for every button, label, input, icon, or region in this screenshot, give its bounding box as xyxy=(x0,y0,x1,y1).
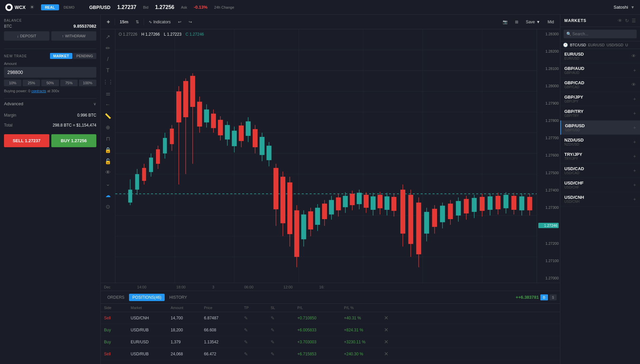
real-mode-button[interactable]: REAL xyxy=(41,4,59,10)
total-label: Total xyxy=(4,123,12,128)
close-position-icon[interactable]: ✕ xyxy=(384,351,397,357)
eye-tool[interactable]: 👁 xyxy=(103,168,113,177)
refresh-icon[interactable]: ↻ xyxy=(625,18,629,23)
tp-edit-icon[interactable]: ✎ xyxy=(244,351,271,357)
plus-icon[interactable]: + xyxy=(633,125,636,130)
text-tool[interactable]: T xyxy=(103,66,113,75)
market-item-usdcad[interactable]: USD/CAD USD/CAD + xyxy=(560,164,640,178)
chart-type-button[interactable]: ⇅ xyxy=(133,18,142,26)
eye-icon[interactable]: 👁 xyxy=(631,53,636,59)
layout-button[interactable]: ⊞ xyxy=(512,18,521,26)
mid-button[interactable]: Mid xyxy=(545,18,557,26)
markets-search-input[interactable] xyxy=(564,30,637,38)
eye-icon[interactable]: 👁 xyxy=(618,18,622,23)
tp-edit-icon[interactable]: ✎ xyxy=(244,327,271,333)
btc-switch-button[interactable]: B xyxy=(540,294,548,300)
market-item-eurusd[interactable]: EUR/USD EUR/USD 👁 xyxy=(560,49,640,63)
cloud-icon[interactable]: ☁ xyxy=(103,190,113,200)
row-market: USD/CNH xyxy=(131,316,171,320)
expand-tool[interactable]: ⌄ xyxy=(103,179,113,188)
market-item-gbptry[interactable]: GBP/TRY GBP/TRY + xyxy=(560,106,640,121)
plus-icon[interactable]: + xyxy=(633,111,636,116)
back-tool[interactable]: ← xyxy=(103,100,113,109)
eye-tool-2[interactable]: ⊙ xyxy=(103,202,113,211)
timeframe-button[interactable]: 15m xyxy=(117,18,131,26)
redo-button[interactable]: ↪ xyxy=(186,18,195,26)
contracts-link[interactable]: contracts xyxy=(31,89,46,93)
sun-icon[interactable]: ☀ xyxy=(30,4,34,10)
quick-pair-usdsgd[interactable]: USD/SGD xyxy=(607,43,623,47)
demo-mode-button[interactable]: DEMO xyxy=(60,4,79,10)
fibonacci-tool[interactable]: ⋮⋮ xyxy=(103,77,113,87)
zoom-tool[interactable]: ⊕ xyxy=(103,123,113,132)
tp-edit-icon[interactable]: ✎ xyxy=(244,315,271,321)
price-level: 1.27400 xyxy=(538,188,559,192)
lock-tool[interactable]: 🔒 xyxy=(103,145,113,155)
ohlc-o: O 1.27226 xyxy=(119,32,137,37)
sl-edit-icon[interactable]: ✎ xyxy=(271,339,297,345)
market-item-tryjpy[interactable]: TRY/JPY TRY/JPY + xyxy=(560,149,640,164)
tp-edit-icon[interactable]: ✎ xyxy=(244,339,271,345)
orders-tab[interactable]: ORDERS xyxy=(104,294,128,301)
plus-icon[interactable]: + xyxy=(633,168,636,173)
svg-rect-85 xyxy=(357,193,362,204)
sl-edit-icon[interactable]: ✎ xyxy=(271,351,297,357)
plus-icon[interactable]: + xyxy=(633,68,636,73)
plus-icon[interactable]: + xyxy=(633,139,636,145)
screenshot-button[interactable]: 📷 xyxy=(500,18,510,26)
indicators-button[interactable]: ∿ Indicators xyxy=(146,18,173,26)
pct-75-button[interactable]: 75% xyxy=(60,80,78,86)
market-item-usdcnh[interactable]: USD/CNH USD/CNH + xyxy=(560,192,640,206)
eye-icon[interactable]: 👁 xyxy=(631,82,636,87)
plus-icon[interactable]: + xyxy=(633,96,636,102)
plus-icon[interactable]: + xyxy=(633,196,636,202)
sell-button[interactable]: SELL 1.27237 xyxy=(4,134,49,147)
svg-rect-49 xyxy=(232,131,237,146)
quick-pair-btcusd[interactable]: BTC/USD xyxy=(570,43,586,47)
cursor-tool[interactable]: ↗ xyxy=(103,32,113,41)
advanced-toggle[interactable]: Advanced ∨ xyxy=(4,98,96,109)
magnet-tool[interactable]: ⊓ xyxy=(103,134,113,143)
usd-switch-button[interactable]: $ xyxy=(549,294,557,300)
market-item-gbpaud[interactable]: GBP/AUD GBP/AUD + xyxy=(560,63,640,78)
market-item-usdchf[interactable]: USD/CHF USD/CHF + xyxy=(560,178,640,192)
line-tool[interactable]: / xyxy=(103,55,113,64)
close-position-icon[interactable]: ✕ xyxy=(384,315,397,321)
plus-icon[interactable]: + xyxy=(633,154,636,159)
undo-button[interactable]: ↩ xyxy=(175,18,184,26)
quick-pair-u[interactable]: U xyxy=(625,43,628,47)
market-button[interactable]: MARKET xyxy=(50,53,72,59)
pct-10-button[interactable]: 10% xyxy=(4,80,21,86)
market-item-gbpcad[interactable]: GBP/CAD GBP/CAD 👁 xyxy=(560,78,640,92)
sl-edit-icon[interactable]: ✎ xyxy=(271,327,297,333)
positions-tab[interactable]: POSITIONS(46) xyxy=(129,294,165,301)
deposit-button[interactable]: ↓ DEPOSIT xyxy=(4,31,49,41)
lock-open-tool[interactable]: 🔓 xyxy=(103,157,113,166)
market-item-nzdusd[interactable]: NZD/USD NZD/USD + xyxy=(560,135,640,149)
pct-100-button[interactable]: 100% xyxy=(79,80,96,86)
channels-tool[interactable]: ⚌ xyxy=(103,89,113,98)
draw-tool[interactable]: ✏ xyxy=(103,43,113,53)
pending-button[interactable]: PENDING xyxy=(73,53,96,59)
save-button[interactable]: Save ▼ xyxy=(523,18,543,26)
history-tab[interactable]: HISTORY xyxy=(166,294,190,301)
sl-edit-icon[interactable]: ✎ xyxy=(271,315,297,321)
ruler-tool[interactable]: 📏 xyxy=(103,111,113,121)
buy-button[interactable]: BUY 1.27256 xyxy=(51,134,97,147)
amount-input[interactable] xyxy=(4,67,96,78)
user-menu-button[interactable]: Satoshi xyxy=(614,5,628,10)
pct-50-button[interactable]: 50% xyxy=(41,80,59,86)
plus-icon[interactable]: + xyxy=(633,182,636,187)
quick-pair-eurusd[interactable]: EUR/USD xyxy=(588,43,605,47)
close-position-icon[interactable]: ✕ xyxy=(384,339,397,345)
market-item-gbpjpy[interactable]: GBP/JPY GBP/JPY + xyxy=(560,92,640,106)
wave-icon: ∿ xyxy=(149,20,152,24)
crosshair-tool[interactable]: ✚ xyxy=(104,18,113,26)
market-name-primary: USD/CNH xyxy=(564,195,584,200)
market-item-gbpusd[interactable]: GBP/USD GBP/USD + xyxy=(560,121,640,135)
pct-25-button[interactable]: 25% xyxy=(23,80,40,86)
close-position-icon[interactable]: ✕ xyxy=(384,327,397,333)
withdraw-button[interactable]: ↑ WITHDRAW xyxy=(51,31,97,41)
time-label-0600: 06:00 xyxy=(244,285,254,289)
list-icon[interactable]: ☰ xyxy=(632,18,636,23)
